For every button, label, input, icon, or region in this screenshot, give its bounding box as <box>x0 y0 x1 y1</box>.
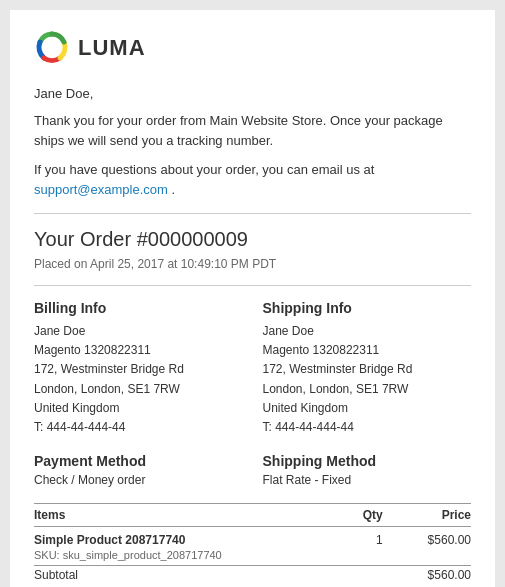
table-row: Simple Product 208717740 1 $560.00 <box>34 527 471 550</box>
payment-method-col: Payment Method Check / Money order <box>34 453 243 487</box>
logo-text: LUMA <box>78 35 146 61</box>
info-section: Billing Info Jane Doe Magento 1320822311… <box>34 300 471 437</box>
billing-address2: London, London, SE1 7RW <box>34 380 243 399</box>
table-header-row: Items Qty Price <box>34 504 471 527</box>
payment-method-label: Payment Method <box>34 453 243 469</box>
item-price: $560.00 <box>383 527 471 550</box>
shipping-name: Jane Doe <box>263 322 472 341</box>
billing-phone: T: 444-44-444-44 <box>34 418 243 437</box>
billing-content: Jane Doe Magento 1320822311 172, Westmin… <box>34 322 243 437</box>
billing-country: United Kingdom <box>34 399 243 418</box>
shipping-address2: London, London, SE1 7RW <box>263 380 472 399</box>
divider-2 <box>34 285 471 286</box>
col-item-header: Items <box>34 504 342 527</box>
greeting-text: Jane Doe, <box>34 86 471 101</box>
item-name: Simple Product 208717740 <box>34 527 342 550</box>
item-qty: 1 <box>342 527 383 550</box>
order-table: Items Qty Price Simple Product 208717740… <box>34 503 471 587</box>
email-container: LUMA Jane Doe, Thank you for your order … <box>10 10 495 587</box>
shipping-address1: 172, Westminster Bridge Rd <box>263 360 472 379</box>
shipping-phone: T: 444-44-444-44 <box>263 418 472 437</box>
order-date: Placed on April 25, 2017 at 10:49:10 PM … <box>34 257 471 271</box>
method-section: Payment Method Check / Money order Shipp… <box>34 453 471 487</box>
subtotal-row: Subtotal $560.00 <box>34 566 471 585</box>
shipping-col: Shipping Info Jane Doe Magento 132082231… <box>263 300 472 437</box>
billing-col: Billing Info Jane Doe Magento 1320822311… <box>34 300 243 437</box>
message2-suffix: . <box>172 182 176 197</box>
logo-area: LUMA <box>34 30 471 66</box>
subtotal-label: Subtotal <box>34 566 383 585</box>
billing-company: Magento 1320822311 <box>34 341 243 360</box>
col-qty-header: Qty <box>342 504 383 527</box>
divider-1 <box>34 213 471 214</box>
message2-text: If you have questions about your order, … <box>34 160 471 199</box>
shipping-method-label: Shipping Method <box>263 453 472 469</box>
message2-prefix: If you have questions about your order, … <box>34 162 374 177</box>
subtotal-value: $560.00 <box>383 566 471 585</box>
shipping-content: Jane Doe Magento 1320822311 172, Westmin… <box>263 322 472 437</box>
payment-method-value: Check / Money order <box>34 473 243 487</box>
item-sku: SKU: sku_simple_product_208717740 <box>34 549 471 566</box>
order-title: Your Order #000000009 <box>34 228 471 251</box>
shipping-company: Magento 1320822311 <box>263 341 472 360</box>
shipping-method-value: Flat Rate - Fixed <box>263 473 472 487</box>
sku-row: SKU: sku_simple_product_208717740 <box>34 549 471 566</box>
billing-label: Billing Info <box>34 300 243 316</box>
shipping-method-col: Shipping Method Flat Rate - Fixed <box>263 453 472 487</box>
message1-text: Thank you for your order from Main Websi… <box>34 111 471 150</box>
luma-logo-icon <box>34 30 70 66</box>
col-price-header: Price <box>383 504 471 527</box>
support-email-link[interactable]: support@example.com <box>34 182 168 197</box>
shipping-country: United Kingdom <box>263 399 472 418</box>
billing-name: Jane Doe <box>34 322 243 341</box>
shipping-info-label: Shipping Info <box>263 300 472 316</box>
billing-address1: 172, Westminster Bridge Rd <box>34 360 243 379</box>
